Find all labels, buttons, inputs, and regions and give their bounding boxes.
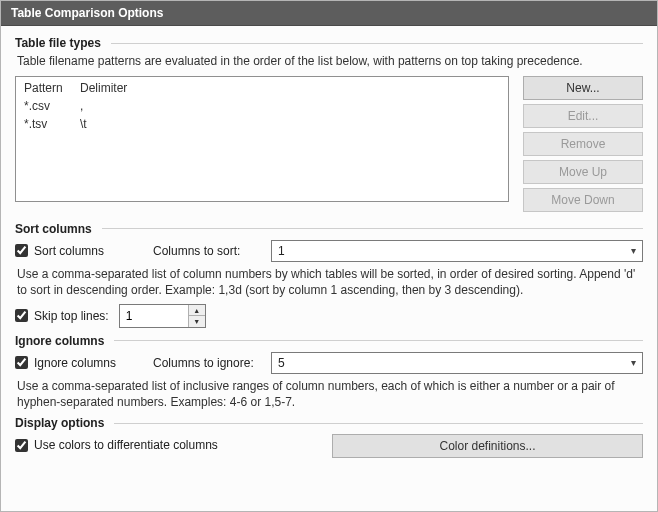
remove-button[interactable]: Remove xyxy=(523,132,643,156)
columns-to-sort-combo[interactable]: 1 ▾ xyxy=(271,240,643,262)
sort-columns-checkbox[interactable] xyxy=(15,244,28,257)
pattern-cell: *.csv xyxy=(24,99,80,113)
move-down-button[interactable]: Move Down xyxy=(523,188,643,212)
sort-columns-checkbox-label: Sort columns xyxy=(34,244,104,258)
group-ignore-columns-label: Ignore columns xyxy=(15,334,104,348)
pattern-list-headers: Pattern Delimiter xyxy=(24,81,500,95)
skip-top-lines-label: Skip top lines: xyxy=(34,309,109,323)
new-button[interactable]: New... xyxy=(523,76,643,100)
pattern-row[interactable]: *.tsv \t xyxy=(24,115,500,133)
use-colors-checkbox-wrap[interactable]: Use colors to differentiate columns xyxy=(15,438,218,452)
pattern-buttons-column: New... Edit... Remove Move Up Move Down xyxy=(523,76,643,212)
skip-top-lines-input[interactable] xyxy=(120,305,188,327)
dialog-content: Table file types Table filename patterns… xyxy=(1,26,657,511)
skip-top-lines-checkbox-wrap[interactable]: Skip top lines: xyxy=(15,309,109,323)
file-types-description: Table filename patterns are evaluated in… xyxy=(17,54,643,70)
window-titlebar: Table Comparison Options xyxy=(1,1,657,26)
pattern-cell: *.tsv xyxy=(24,117,80,131)
columns-to-ignore-combo[interactable]: 5 ▾ xyxy=(271,352,643,374)
sort-columns-help: Use a comma-separated list of column num… xyxy=(17,266,643,298)
columns-to-ignore-value: 5 xyxy=(278,356,285,370)
pattern-listbox[interactable]: Pattern Delimiter *.csv , *.tsv \t xyxy=(15,76,509,202)
chevron-down-icon: ▾ xyxy=(631,357,636,368)
color-definitions-button[interactable]: Color definitions... xyxy=(332,434,643,458)
pattern-row[interactable]: *.csv , xyxy=(24,97,500,115)
group-ignore-columns-header: Ignore columns xyxy=(15,334,643,348)
divider xyxy=(114,423,643,424)
divider xyxy=(102,228,643,229)
edit-button[interactable]: Edit... xyxy=(523,104,643,128)
spinner-down-button[interactable]: ▼ xyxy=(189,316,205,327)
skip-top-lines-checkbox[interactable] xyxy=(15,309,28,322)
use-colors-label: Use colors to differentiate columns xyxy=(34,438,218,452)
use-colors-checkbox[interactable] xyxy=(15,439,28,452)
delimiter-cell: , xyxy=(80,99,83,113)
spinner-buttons: ▲ ▼ xyxy=(188,305,205,327)
sort-columns-checkbox-wrap[interactable]: Sort columns xyxy=(15,244,145,258)
ignore-columns-checkbox[interactable] xyxy=(15,356,28,369)
group-file-types-header: Table file types xyxy=(15,36,643,50)
delimiter-cell: \t xyxy=(80,117,87,131)
group-display-options-label: Display options xyxy=(15,416,104,430)
group-sort-columns-header: Sort columns xyxy=(15,222,643,236)
group-file-types-label: Table file types xyxy=(15,36,101,50)
ignore-columns-checkbox-wrap[interactable]: Ignore columns xyxy=(15,356,145,370)
window-title: Table Comparison Options xyxy=(11,6,163,20)
options-dialog: Table Comparison Options Table file type… xyxy=(0,0,658,512)
group-display-options-header: Display options xyxy=(15,416,643,430)
group-sort-columns-label: Sort columns xyxy=(15,222,92,236)
chevron-down-icon: ▾ xyxy=(631,245,636,256)
skip-top-lines-spinner[interactable]: ▲ ▼ xyxy=(119,304,206,328)
col-header-pattern: Pattern xyxy=(24,81,80,95)
ignore-columns-checkbox-label: Ignore columns xyxy=(34,356,116,370)
divider xyxy=(111,43,643,44)
divider xyxy=(114,340,643,341)
columns-to-sort-label: Columns to sort: xyxy=(153,244,263,258)
columns-to-ignore-label: Columns to ignore: xyxy=(153,356,263,370)
columns-to-sort-value: 1 xyxy=(278,244,285,258)
ignore-columns-help: Use a comma-separated list of inclusive … xyxy=(17,378,643,410)
spinner-up-button[interactable]: ▲ xyxy=(189,305,205,317)
move-up-button[interactable]: Move Up xyxy=(523,160,643,184)
col-header-delimiter: Delimiter xyxy=(80,81,127,95)
